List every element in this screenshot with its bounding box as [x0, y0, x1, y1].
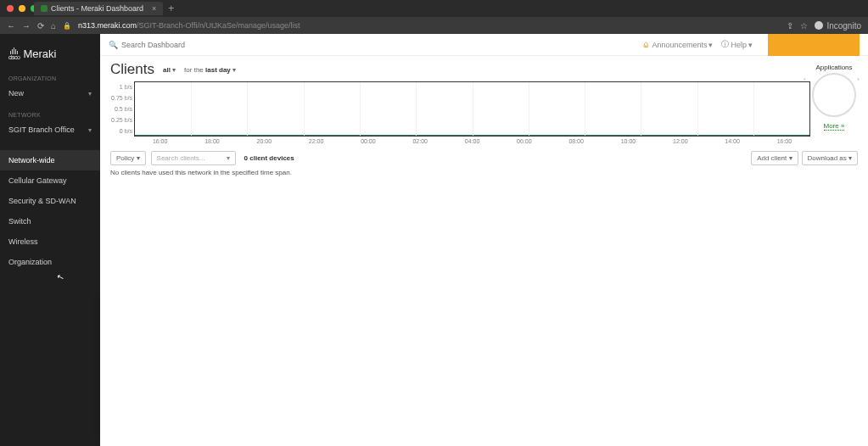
sidebar: cisco Meraki ORGANIZATION New ▾ NETWORK … [0, 34, 100, 446]
org-selector[interactable]: New ▾ [0, 83, 100, 103]
url-path: /SGIT-Branch-Offi/n/UtJKaSe/manage/usage… [137, 21, 300, 30]
brand-name: Meraki [23, 47, 56, 60]
section-network-label: NETWORK [0, 109, 100, 120]
sidebar-item-label: Organization [8, 258, 52, 266]
applications-label: Applications [812, 64, 856, 71]
policy-dropdown[interactable]: Policy ▾ [110, 151, 146, 165]
help-label: Help [731, 41, 747, 49]
sidebar-item-label: Wireless [8, 237, 38, 246]
sidebar-item-cellular-gateway[interactable]: Cellular Gateway [0, 170, 100, 191]
chart-x-labels: 16:0018:0020:0022:0000:0002:0004:0006:00… [134, 138, 810, 144]
add-client-button[interactable]: Add client ▾ [751, 151, 798, 165]
bookmark-icon[interactable]: ☆ [800, 21, 808, 31]
close-window-button[interactable] [7, 5, 14, 12]
sidebar-item-security-sdwan[interactable]: Security & SD-WAN [0, 191, 100, 211]
sidebar-item-wireless[interactable]: Wireless [0, 231, 100, 252]
network-selector[interactable]: SGIT Branch Office ▾ [0, 120, 100, 140]
dashboard-search-input[interactable] [121, 41, 642, 49]
sidebar-item-label: Switch [8, 217, 31, 226]
announcements-label: Announcements [652, 41, 707, 49]
section-organization-label: ORGANIZATION [0, 72, 100, 83]
incognito-icon [815, 21, 823, 30]
share-icon[interactable]: ⇪ [787, 21, 793, 31]
download-as-button[interactable]: Download as ▾ [802, 151, 858, 165]
forward-button[interactable]: → [22, 21, 31, 31]
browser-tab[interactable]: Clients - Meraki Dashboard × [34, 2, 163, 15]
network-selector-label: SGIT Branch Office [8, 125, 75, 134]
lock-icon: 🔒 [63, 22, 71, 30]
home-button[interactable]: ⌂ [51, 21, 56, 31]
search-clients-placeholder: Search clients... [157, 154, 205, 162]
url-field[interactable]: n313.meraki.com/SGIT-Branch-Offi/n/UtJKa… [78, 21, 780, 30]
sidebar-item-network-wide[interactable]: Network-wide [0, 150, 100, 170]
usage-chart: 1 b/s 0.75 b/s 0.5 b/s 0.25 b/s 0 b/s 16… [110, 81, 858, 144]
brand-logo[interactable]: cisco Meraki [0, 44, 100, 72]
scope-value: all [163, 66, 171, 74]
sidebar-item-label: Cellular Gateway [8, 176, 67, 185]
main-content: 🔍 🕭 Announcements ▾ ⓘ Help ▾ Clients [100, 34, 868, 446]
sidebar-item-label: Network-wide [8, 156, 55, 164]
incognito-indicator: Incognito [815, 21, 861, 31]
scope-dropdown[interactable]: all ▾ [163, 66, 176, 74]
tab-close-icon[interactable]: × [152, 4, 156, 13]
chevron-down-icon: ▾ [227, 154, 230, 162]
url-host: n313.meraki.com [78, 21, 137, 30]
chevron-down-icon: ▾ [708, 41, 713, 49]
chart-plot-area[interactable] [134, 81, 810, 137]
tab-title: Clients - Meraki Dashboard [51, 4, 143, 13]
reload-button[interactable]: ⟳ [37, 21, 44, 31]
search-clients-input[interactable]: Search clients... ▾ [151, 151, 236, 165]
sidebar-item-label: Security & SD-WAN [8, 197, 76, 205]
chevron-down-icon: ▾ [88, 126, 92, 134]
chart-y-labels: 1 b/s 0.75 b/s 0.5 b/s 0.25 b/s 0 b/s [110, 81, 132, 137]
page-title: Clients [110, 61, 154, 78]
notification-banner[interactable] [768, 34, 860, 56]
cisco-label: cisco [8, 54, 20, 60]
dashboard-search[interactable]: 🔍 [109, 41, 642, 49]
chevron-down-icon: ▾ [88, 90, 92, 98]
chevron-down-icon: ▾ [748, 41, 753, 49]
timerange-dropdown[interactable]: for the last day ▾ [184, 66, 236, 74]
announcements-menu[interactable]: 🕭 Announcements ▾ [642, 41, 713, 49]
new-tab-button[interactable]: + [168, 3, 174, 14]
help-menu[interactable]: ⓘ Help ▾ [721, 39, 753, 50]
search-icon: 🔍 [109, 41, 118, 49]
help-icon: ⓘ [721, 39, 729, 50]
sidebar-item-organization[interactable]: Organization [0, 252, 100, 272]
tab-favicon [41, 5, 48, 12]
browser-urlbar: ← → ⟳ ⌂ 🔒 n313.meraki.com/SGIT-Branch-Of… [0, 17, 868, 34]
announcements-icon: 🕭 [642, 41, 650, 49]
org-selector-label: New [8, 89, 24, 98]
window-titlebar: Clients - Meraki Dashboard × + [0, 0, 868, 17]
topbar: 🔍 🕭 Announcements ▾ ⓘ Help ▾ [100, 34, 868, 56]
back-button[interactable]: ← [7, 21, 15, 31]
sidebar-item-switch[interactable]: Switch [0, 211, 100, 231]
client-count: 0 client devices [244, 154, 294, 162]
empty-state-text: No clients have used this network in the… [110, 169, 858, 176]
timerange-value: last day [205, 66, 231, 74]
minimize-window-button[interactable] [19, 5, 25, 12]
incognito-label: Incognito [826, 21, 861, 31]
